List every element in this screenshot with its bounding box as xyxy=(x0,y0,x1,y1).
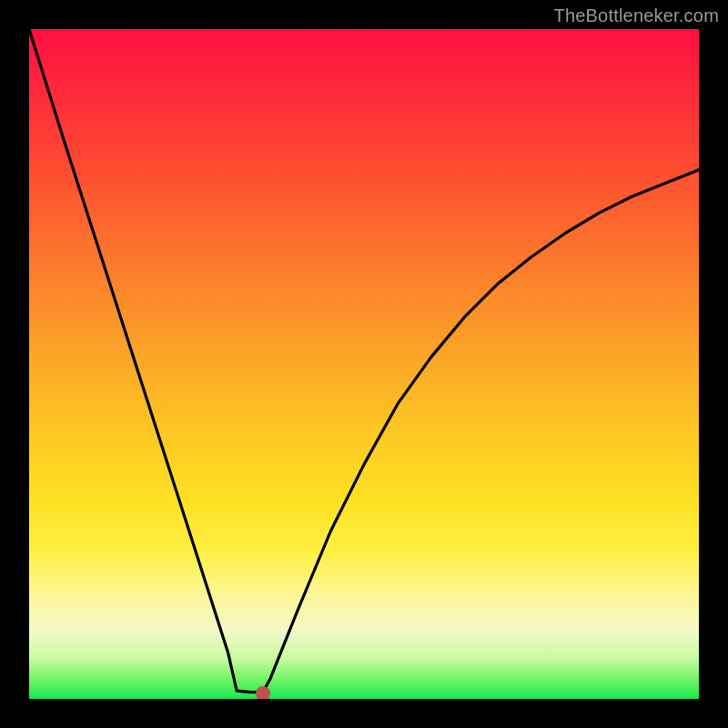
chart-frame: TheBottleneker.com xyxy=(0,0,728,728)
bottleneck-curve xyxy=(29,29,699,693)
plot-area xyxy=(29,29,699,699)
curve-svg xyxy=(29,29,699,699)
watermark-text: TheBottleneker.com xyxy=(554,5,719,26)
minimum-marker xyxy=(256,686,270,699)
